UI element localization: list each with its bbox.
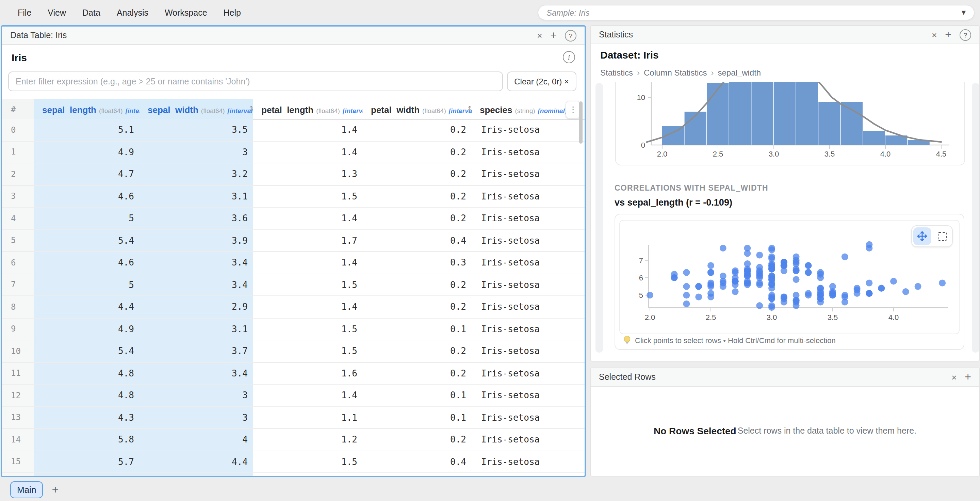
statistics-panel-title: Statistics [599,30,633,40]
table-row[interactable]: 10 5.4 3.7 1.5 0.2 Iris-setosa [2,340,585,363]
data-table-panel: Data Table: Iris × + ? Iris i Clear (2c,… [1,25,586,477]
scroll-track-left[interactable] [595,83,603,353]
index-column-header[interactable]: # [2,99,34,119]
table-row[interactable]: 8 4.4 2.9 1.4 0.2 Iris-setosa [2,296,585,318]
pan-tool-button[interactable] [913,227,931,245]
dataset-select[interactable]: Sample: Iris ▼ [538,5,975,21]
menu-item-workspace[interactable]: Workspace [165,8,207,17]
menu-item-view[interactable]: View [48,8,66,17]
column-header-sepal_length[interactable]: sepal_length (float64) [interval] [34,99,140,119]
menu-item-analysis[interactable]: Analysis [117,8,148,17]
sort-icon[interactable]: ↕ [467,105,473,112]
menu-item-help[interactable]: Help [224,8,241,17]
breadcrumb-item[interactable]: Column Statistics [644,68,707,78]
chevron-down-icon: ▼ [962,10,966,16]
svg-text:5: 5 [639,291,643,299]
statistics-scroll-area: 2.0 2.5 3.0 3.5 4.0 4.5 0 10 CORRELATION… [591,82,979,361]
column-menu-button[interactable]: ⋮ [566,101,581,118]
table-row[interactable]: 2 4.7 3.2 1.3 0.2 Iris-setosa [2,163,585,186]
scatter-toolbar [911,225,953,247]
table-row[interactable]: 4 5 3.6 1.4 0.2 Iris-setosa [2,208,585,230]
tab-main[interactable]: Main [10,481,43,498]
table-row[interactable]: 5 5.4 3.9 1.7 0.4 Iris-setosa [2,230,585,252]
table-row[interactable]: 9 4.9 3.1 1.5 0.1 Iris-setosa [2,318,585,340]
breadcrumb-item[interactable]: Statistics [600,68,633,78]
svg-text:4.0: 4.0 [888,313,899,321]
sort-icon[interactable]: ↕ [248,105,254,112]
svg-text:4.0: 4.0 [880,150,891,158]
breadcrumb-separator: › [711,68,714,78]
table-row[interactable]: 6 4.6 3.4 1.4 0.3 Iris-setosa [2,252,585,274]
data-table-panel-title: Data Table: Iris [10,31,67,40]
selected-rows-panel-header: Selected Rows × + [591,368,979,386]
menu-item-data[interactable]: Data [82,8,100,17]
statistics-panel: Statistics × + ? Dataset: Iris Statistic… [590,25,980,361]
svg-text:6: 6 [639,274,643,282]
table-row[interactable]: 15 5.7 4.4 1.5 0.4 Iris-setosa [2,451,585,473]
column-header-petal_width[interactable]: petal_width (float64) [interval] [363,99,472,119]
menu-item-file[interactable]: File [18,8,31,17]
table-row[interactable]: 13 4.3 3 1.1 0.1 Iris-setosa [2,407,585,429]
selected-rows-panel-title: Selected Rows [599,372,656,382]
main-menu: FileViewDataAnalysisWorkspaceHelp [18,0,241,25]
svg-text:7: 7 [639,256,643,265]
table-row[interactable]: 1 4.9 3 1.4 0.2 Iris-setosa [2,141,585,163]
table-row[interactable]: 16 5.4 3.9 1.3 0.4 Iris-setosa [2,473,585,476]
scatter-plot-card: 2.0 2.5 3.0 3.5 4.0 5 6 7 [619,220,959,334]
empty-state-message: Select rows in the data table to view th… [738,426,916,436]
help-icon[interactable]: ? [565,30,576,41]
table-row[interactable]: 12 4.8 3 1.4 0.1 Iris-setosa [2,385,585,407]
close-icon[interactable]: × [951,372,956,382]
table-header-row: # sepal_length (float64) [interval] sepa… [2,99,585,120]
scatter-plot[interactable]: 2.0 2.5 3.0 3.5 4.0 5 6 7 [620,221,959,334]
app-root: FileViewDataAnalysisWorkspaceHelp Sample… [0,0,980,501]
selected-rows-empty-state: No Rows SelectedSelect rows in the data … [591,386,979,476]
table-row[interactable]: 3 4.6 3.1 1.5 0.2 Iris-setosa [2,186,585,208]
filter-input[interactable] [8,72,503,91]
menu-bar: FileViewDataAnalysisWorkspaceHelp Sample… [0,0,980,25]
correlations-heading: CORRELATIONS WITH SEPAL_WIDTH [614,184,768,192]
table-row[interactable]: 11 4.8 3.4 1.6 0.2 Iris-setosa [2,363,585,385]
info-icon[interactable]: i [563,51,575,63]
column-header-petal_length[interactable]: petal_length (float64) [interval] [253,99,363,119]
svg-text:0: 0 [641,141,645,150]
svg-text:2.0: 2.0 [645,313,655,321]
column-header-sepal_width[interactable]: sepal_width (float64) [interval] [140,99,253,119]
breadcrumb-separator: › [637,68,640,78]
clear-filter-button[interactable]: Clear (2c, 0r) × [507,72,576,91]
dataset-name: Iris [11,51,563,63]
add-panel-icon[interactable]: + [550,29,557,41]
add-panel-icon[interactable]: + [945,29,951,41]
empty-state-title: No Rows Selected [654,425,737,436]
table-scrollbar[interactable] [579,102,582,144]
close-icon[interactable]: × [537,30,542,40]
hint-text: Click points to select rows • Hold Ctrl/… [635,336,836,344]
statistics-dataset-label: Dataset: Iris [600,49,659,60]
help-icon[interactable]: ? [959,29,971,40]
table-body: 0 5.1 3.5 1.4 0.2 Iris-setosa 1 4.9 3 1.… [2,119,585,476]
box-select-tool-button[interactable] [933,227,951,245]
hint-row: Click points to select rows • Hold Ctrl/… [624,336,836,345]
dataset-title-row: Iris i [2,44,585,70]
svg-text:2.5: 2.5 [706,313,716,321]
add-tab-button[interactable]: + [52,483,59,496]
scroll-track-right[interactable] [972,83,979,353]
svg-text:3.0: 3.0 [769,150,779,158]
table-row[interactable]: 0 5.1 3.5 1.4 0.2 Iris-setosa [2,119,585,141]
svg-text:10: 10 [637,93,645,102]
svg-text:3.5: 3.5 [827,313,838,321]
workspace-tab-bar: Main + [0,479,980,501]
filter-row: Clear (2c, 0r) × [8,72,576,91]
table-row[interactable]: 14 5.8 4 1.2 0.2 Iris-setosa [2,429,585,451]
table-row[interactable]: 7 5 3.4 1.5 0.2 Iris-setosa [2,274,585,296]
breadcrumb: Statistics›Column Statistics›sepal_width [600,68,761,78]
breadcrumb-item[interactable]: sepal_width [718,68,761,78]
svg-text:4.5: 4.5 [936,150,947,158]
dataset-select-value: Sample: Iris [546,8,962,17]
close-icon[interactable]: × [932,30,937,40]
box-select-icon [937,232,946,241]
statistics-panel-header: Statistics × + ? [591,26,979,44]
add-panel-icon[interactable]: + [965,371,971,383]
pan-icon [917,231,928,242]
svg-text:2.5: 2.5 [713,150,724,158]
